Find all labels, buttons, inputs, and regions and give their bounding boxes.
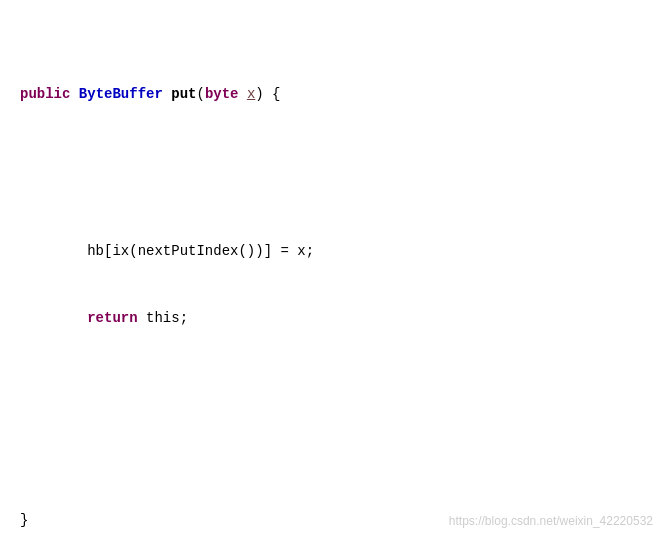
- line-6: [20, 441, 645, 463]
- line-3: hb[ix(nextPutIndex())] = x;: [20, 240, 645, 262]
- line-4: return this;: [20, 307, 645, 329]
- line-5: [20, 374, 645, 396]
- line-1: public ByteBuffer put(byte x) {: [20, 83, 645, 105]
- line-2: [20, 173, 645, 195]
- code-container: public ByteBuffer put(byte x) { hb[ix(ne…: [0, 0, 665, 540]
- watermark: https://blog.csdn.net/weixin_42220532: [449, 514, 653, 528]
- code-block: public ByteBuffer put(byte x) { hb[ix(ne…: [20, 16, 645, 540]
